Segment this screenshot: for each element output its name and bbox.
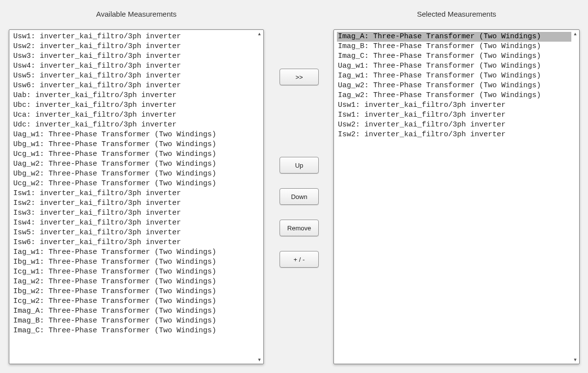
list-item[interactable]: Ubg_w1: Three-Phase Transformer (Two Win… — [12, 140, 256, 149]
list-item[interactable]: Usw6: inverter_kai_filtro/3ph inverter — [12, 81, 256, 91]
scroll-down-icon[interactable]: ▼ — [256, 357, 262, 363]
selected-scrollbar[interactable]: ▲ ▼ — [572, 31, 578, 363]
list-item[interactable]: Uag_w1: Three-Phase Transformer (Two Win… — [337, 61, 571, 71]
list-item[interactable]: Uag_w2: Three-Phase Transformer (Two Win… — [12, 159, 256, 169]
selected-listbox[interactable]: Imag_A: Three-Phase Transformer (Two Win… — [333, 29, 580, 364]
selected-title: Selected Measurements — [333, 10, 580, 18]
available-list-content[interactable]: Usw1: inverter_kai_filtro/3ph inverterUs… — [12, 32, 256, 362]
list-item[interactable]: Uag_w2: Three-Phase Transformer (Two Win… — [337, 81, 571, 91]
add-button[interactable]: >> — [280, 69, 319, 85]
list-item[interactable]: Ubg_w2: Three-Phase Transformer (Two Win… — [12, 169, 256, 179]
list-item[interactable]: Ucg_w2: Three-Phase Transformer (Two Win… — [12, 179, 256, 189]
list-item[interactable]: Ibg_w1: Three-Phase Transformer (Two Win… — [12, 257, 256, 267]
down-button[interactable]: Down — [280, 188, 319, 205]
list-item[interactable]: Icg_w1: Three-Phase Transformer (Two Win… — [12, 267, 256, 277]
list-item[interactable]: Imag_C: Three-Phase Transformer (Two Win… — [12, 326, 256, 336]
list-item[interactable]: Iag_w1: Three-Phase Transformer (Two Win… — [12, 248, 256, 257]
list-item[interactable]: Imag_B: Three-Phase Transformer (Two Win… — [12, 316, 256, 326]
list-item[interactable]: Iag_w2: Three-Phase Transformer (Two Win… — [12, 277, 256, 287]
list-item[interactable]: Ucg_w1: Three-Phase Transformer (Two Win… — [12, 149, 256, 159]
scroll-up-icon[interactable]: ▲ — [256, 31, 262, 37]
list-item[interactable]: Ubc: inverter_kai_filtro/3ph inverter — [12, 100, 256, 110]
list-item[interactable]: Usw5: inverter_kai_filtro/3ph inverter — [12, 71, 256, 81]
available-listbox[interactable]: Usw1: inverter_kai_filtro/3ph inverterUs… — [9, 29, 264, 364]
list-item[interactable]: Icg_w2: Three-Phase Transformer (Two Win… — [12, 297, 256, 306]
up-button[interactable]: Up — [280, 157, 319, 174]
list-item[interactable]: Iag_w1: Three-Phase Transformer (Two Win… — [337, 71, 571, 81]
list-item[interactable]: Usw1: inverter_kai_filtro/3ph inverter — [337, 100, 571, 110]
list-item[interactable]: Iag_w2: Three-Phase Transformer (Two Win… — [337, 91, 571, 100]
list-item[interactable]: Isw1: inverter_kai_filtro/3ph inverter — [337, 110, 571, 120]
list-item[interactable]: Isw2: inverter_kai_filtro/3ph inverter — [12, 199, 256, 208]
list-item[interactable]: Uab: inverter_kai_filtro/3ph inverter — [12, 91, 256, 100]
list-item[interactable]: Uca: inverter_kai_filtro/3ph inverter — [12, 110, 256, 120]
list-item[interactable]: Usw1: inverter_kai_filtro/3ph inverter — [12, 32, 256, 42]
scroll-up-icon[interactable]: ▲ — [572, 31, 578, 37]
list-item[interactable]: Imag_A: Three-Phase Transformer (Two Win… — [337, 32, 571, 42]
list-item[interactable]: Isw5: inverter_kai_filtro/3ph inverter — [12, 228, 256, 238]
selected-panel: Selected Measurements Imag_A: Three-Phas… — [333, 0, 580, 373]
list-item[interactable]: Isw4: inverter_kai_filtro/3ph inverter — [12, 218, 256, 228]
available-title: Available Measurements — [9, 10, 264, 18]
list-item[interactable]: Usw2: inverter_kai_filtro/3ph inverter — [337, 120, 571, 130]
list-item[interactable]: Isw3: inverter_kai_filtro/3ph inverter — [12, 208, 256, 218]
list-item[interactable]: Usw4: inverter_kai_filtro/3ph inverter — [12, 61, 256, 71]
available-scrollbar[interactable]: ▲ ▼ — [256, 31, 262, 363]
available-panel: Available Measurements Usw1: inverter_ka… — [9, 0, 264, 373]
list-item[interactable]: Ibg_w2: Three-Phase Transformer (Two Win… — [12, 287, 256, 297]
list-item[interactable]: Isw6: inverter_kai_filtro/3ph inverter — [12, 238, 256, 248]
list-item[interactable]: Usw3: inverter_kai_filtro/3ph inverter — [12, 51, 256, 61]
list-item[interactable]: Isw1: inverter_kai_filtro/3ph inverter — [12, 189, 256, 199]
sign-button[interactable]: + / - — [280, 251, 319, 268]
scroll-down-icon[interactable]: ▼ — [572, 357, 578, 363]
list-item[interactable]: Imag_A: Three-Phase Transformer (Two Win… — [12, 306, 256, 316]
list-item[interactable]: Udc: inverter_kai_filtro/3ph inverter — [12, 120, 256, 130]
list-item[interactable]: Isw2: inverter_kai_filtro/3ph inverter — [337, 130, 571, 140]
list-item[interactable]: Uag_w1: Three-Phase Transformer (Two Win… — [12, 130, 256, 140]
list-item[interactable]: Imag_C: Three-Phase Transformer (Two Win… — [337, 51, 571, 61]
remove-button[interactable]: Remove — [280, 220, 319, 236]
list-item[interactable]: Imag_B: Three-Phase Transformer (Two Win… — [337, 42, 571, 51]
selected-list-content[interactable]: Imag_A: Three-Phase Transformer (Two Win… — [337, 32, 571, 362]
list-item[interactable]: Usw2: inverter_kai_filtro/3ph inverter — [12, 42, 256, 51]
transfer-buttons-panel: >> Up Down Remove + / - — [275, 0, 324, 373]
